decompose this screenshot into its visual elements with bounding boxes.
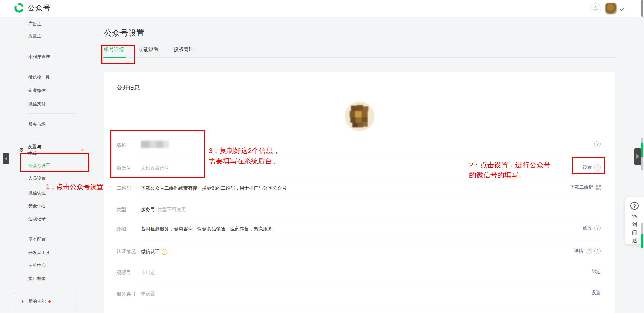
sidebar-item-service-market[interactable]: 服务市场	[28, 121, 46, 127]
field-row-type: 类型 服务号 类型不可变更	[117, 207, 601, 220]
sidebar-divider	[28, 46, 76, 46]
field-label: 二维码	[117, 185, 131, 191]
brand-logo-text: 公众号	[28, 3, 51, 13]
avatar-pixelated-image	[345, 102, 374, 131]
row-divider	[141, 283, 601, 283]
sidebar-divider	[28, 137, 76, 137]
sidebar-item-basic-config[interactable]: 基本配置	[28, 236, 46, 242]
field-value: 未设置	[141, 291, 155, 297]
sidebar-item-wecom[interactable]: 企业微信	[28, 88, 46, 94]
field-label: 视频号	[117, 270, 131, 276]
tab-bar: 帐号详情 功能设置 授权管理	[104, 46, 615, 58]
sidebar-item-security-center[interactable]: 安全中心	[28, 203, 46, 209]
sidebar-item-violation-record[interactable]: 违规记录	[28, 216, 46, 222]
sidebar-divider	[28, 113, 76, 114]
sidebar-item-wepay[interactable]: 微信支付	[28, 101, 46, 107]
page-title: 公众号设置	[104, 28, 144, 38]
sidebar-divider	[28, 229, 76, 229]
official-account-avatar[interactable]	[345, 102, 374, 131]
row-divider	[141, 304, 601, 304]
section-title: 公开信息	[117, 84, 140, 91]
tab-authorization[interactable]: 授权管理	[174, 46, 194, 53]
custom-scrollbar[interactable]	[641, 138, 643, 170]
public-info-card: 公开信息 名称 微信号 未设置微信号	[104, 72, 615, 313]
notifications-button[interactable]	[590, 3, 601, 14]
field-row-intro: 介绍 基因检测服务，健康咨询，保健食品销售，医药销售，男康服务。 修改	[117, 226, 601, 241]
verification-value: 微信认证	[141, 249, 160, 255]
field-label: 类型	[117, 207, 126, 213]
sidebar-item-ops-center[interactable]: 运维中心	[28, 263, 46, 269]
sidebar-group-label: 设置与开发	[27, 144, 45, 156]
expand-panel-button[interactable]	[634, 148, 641, 165]
set-wechat-id-link[interactable]: 设置	[583, 165, 592, 171]
qr-code-icon	[596, 185, 601, 190]
help-icon[interactable]	[586, 248, 592, 254]
sidebar-item-wechat-verify[interactable]: 微信认证	[28, 190, 46, 196]
field-label: 认证情况	[117, 249, 136, 255]
brand-logo[interactable]: 公众号	[14, 3, 51, 13]
sidebar-divider	[28, 66, 76, 66]
collapse-sidebar-button[interactable]	[3, 153, 9, 164]
chevron-up-icon	[81, 149, 84, 152]
field-row-qrcode: 二维码 下载公众号二维码或带有搜一搜标识的二维码，用于推广与分享公众号 下载二维…	[117, 185, 601, 198]
sidebar-item-staff-settings[interactable]: 人员设置	[28, 175, 46, 181]
plus-icon: +	[21, 298, 24, 305]
field-value: 基因检测服务，健康咨询，保健食品销售，医药销售，男康服务。	[141, 226, 277, 232]
arrow-left-icon	[5, 156, 7, 161]
modify-intro-link[interactable]: 修改	[583, 225, 592, 231]
help-icon[interactable]	[594, 248, 601, 254]
field-label: 介绍	[117, 226, 126, 232]
sidebar-item-dev-tools[interactable]: 开发者工具	[28, 250, 50, 256]
field-label: 名称	[117, 142, 126, 148]
bell-icon	[593, 6, 598, 12]
row-divider	[141, 262, 601, 262]
sidebar-item-account-settings[interactable]: 公众号设置	[28, 163, 50, 169]
top-header: 公众号	[0, 0, 644, 17]
field-label: 服务类目	[117, 291, 136, 297]
row-divider	[141, 241, 601, 241]
sidebar: 广告主 流量主 小程序管理 微信搜一搜 企业微信 微信支付 服务市场 ⚙ 设置与…	[0, 17, 84, 313]
account-avatar[interactable]	[605, 3, 617, 14]
row-divider	[141, 198, 601, 198]
field-row-name: 名称	[117, 142, 601, 155]
verified-check-icon	[162, 249, 167, 255]
field-value: 下载公众号二维码或带有搜一搜标识的二维码，用于推广与分享公众号	[141, 185, 287, 191]
annotation-step3: 3：复制好这2个信息， 需要填写在系统后台。	[209, 146, 280, 166]
field-value: 未设置微信号	[141, 165, 169, 171]
download-qrcode-link[interactable]: 下载二维码	[570, 184, 593, 190]
sidebar-item-miniprogram[interactable]: 小程序管理	[28, 54, 50, 60]
annotation-step1: 1：点击公众号设置	[46, 182, 103, 192]
new-feature-button[interactable]: + 新的功能	[15, 293, 76, 310]
verification-details-link[interactable]: 详情	[574, 248, 583, 254]
chevron-down-icon[interactable]	[620, 7, 624, 11]
annotation-step2-line2: 的微信号的填写。	[469, 170, 551, 180]
sidebar-group-settings-dev[interactable]: ⚙ 设置与开发	[19, 144, 84, 156]
annotation-step2-line1: 2：点击设置，进行公众号	[469, 160, 551, 170]
sidebar-item-traffic[interactable]: 流量主	[28, 33, 41, 39]
help-widget-label: 遇到问题	[632, 212, 637, 244]
field-value: 未绑定	[141, 270, 155, 276]
help-icon[interactable]	[594, 225, 601, 231]
sidebar-item-search[interactable]: 微信搜一搜	[28, 74, 50, 80]
sidebar-item-advertiser[interactable]: 广告主	[28, 21, 41, 27]
tab-account-details[interactable]: 帐号详情	[104, 46, 124, 53]
new-feature-label: 新的功能	[28, 298, 46, 304]
notification-dot	[48, 300, 51, 303]
field-label: 微信号	[117, 165, 131, 171]
bind-channels-link[interactable]: 绑定	[591, 269, 601, 275]
active-tab-underline	[103, 57, 126, 58]
help-icon[interactable]	[594, 141, 601, 147]
row-divider	[141, 220, 601, 220]
help-icon[interactable]	[594, 164, 601, 171]
annotation-step3-line2: 需要填写在系统后台。	[209, 156, 280, 166]
account-type-note: 类型不可变更	[158, 207, 186, 213]
custom-scrollbar[interactable]	[641, 223, 643, 248]
field-row-channels: 视频号 未绑定 绑定	[117, 270, 601, 283]
set-category-link[interactable]: 设置	[591, 290, 601, 296]
browser-scrollbar-thumb[interactable]	[641, 0, 643, 17]
tab-function-settings[interactable]: 功能设置	[139, 46, 159, 53]
sidebar-item-api-permission[interactable]: 接口权限	[28, 276, 46, 282]
wechat-mp-logo-icon	[14, 3, 24, 13]
annotation-step2: 2：点击设置，进行公众号 的微信号的填写。	[469, 160, 551, 180]
account-type-value: 服务号	[141, 207, 155, 213]
